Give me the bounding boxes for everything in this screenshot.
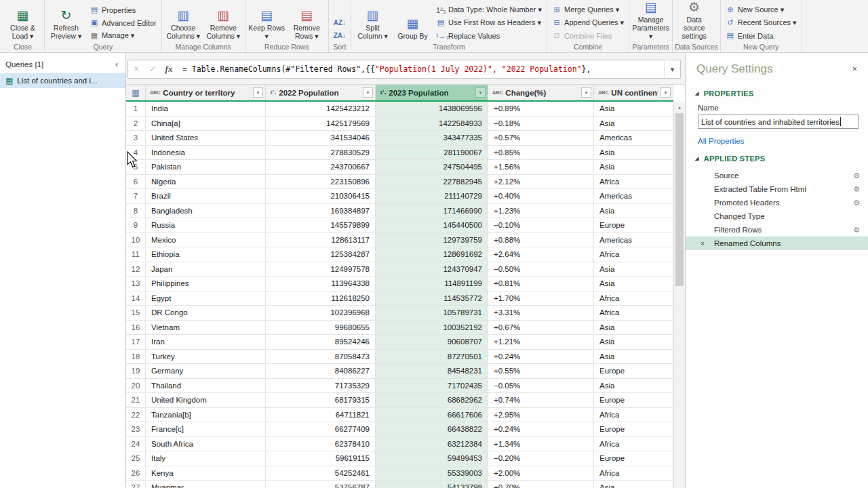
- cell[interactable]: Asia: [594, 379, 673, 394]
- cell[interactable]: 66617606: [376, 408, 488, 423]
- cell[interactable]: +0.57%: [488, 131, 594, 146]
- cell[interactable]: Africa: [594, 291, 673, 306]
- row-number[interactable]: 4: [126, 146, 146, 161]
- row-number[interactable]: 16: [126, 321, 146, 336]
- cell[interactable]: 211140729: [376, 189, 488, 204]
- cell[interactable]: Europe: [594, 218, 673, 233]
- applied-step-promoted-headers[interactable]: Promoted Headers⚙: [686, 196, 868, 209]
- row-number[interactable]: 25: [126, 451, 146, 466]
- cell[interactable]: +2.95%: [488, 408, 594, 423]
- close-load-button[interactable]: ▦Close & Load ▾: [3, 0, 42, 42]
- cell[interactable]: +1.34%: [488, 437, 594, 452]
- cell[interactable]: 68179315: [266, 393, 376, 408]
- cell[interactable]: 59499453: [376, 451, 488, 466]
- applied-step-source[interactable]: Source⚙: [686, 169, 868, 182]
- cell[interactable]: 102396968: [266, 306, 376, 321]
- cell[interactable]: 223150896: [266, 175, 376, 190]
- cell[interactable]: 87058473: [266, 350, 376, 365]
- cell[interactable]: Europe: [594, 451, 673, 466]
- row-number[interactable]: 13: [126, 277, 146, 291]
- cell[interactable]: Brazil: [146, 189, 266, 204]
- column-header-country-or-territory[interactable]: ABCCountry or territory▼: [146, 85, 266, 100]
- merge-queries-button[interactable]: ⊞Merge Queries ▾: [549, 3, 627, 16]
- cell[interactable]: 1425423212: [266, 102, 376, 117]
- formula-input[interactable]: = Table.RenameColumns(#"Filtered Rows",{…: [177, 64, 664, 74]
- row-number[interactable]: 3: [126, 131, 146, 146]
- cell[interactable]: United Kingdom: [146, 393, 266, 408]
- cell[interactable]: Ethiopia: [146, 247, 266, 262]
- column-header-change[interactable]: ABCChange(%)▼: [488, 85, 594, 100]
- expand-formula-bar-icon[interactable]: ▾: [664, 60, 680, 78]
- append-queries-button[interactable]: ⊟Append Queries ▾: [549, 16, 627, 29]
- cell[interactable]: Africa: [594, 175, 673, 190]
- cell[interactable]: +0.24%: [488, 350, 594, 365]
- cell[interactable]: Tanzania[b]: [146, 408, 266, 423]
- column-header-2022-population[interactable]: 1²₃2022 Population▼: [266, 85, 376, 100]
- row-number[interactable]: 1: [126, 102, 146, 117]
- scrollbar-thumb[interactable]: [675, 113, 684, 286]
- applied-steps-section-header[interactable]: ◢ APPLIED STEPS: [686, 148, 868, 166]
- cell[interactable]: Italy: [146, 451, 266, 466]
- row-number[interactable]: 2: [126, 117, 146, 131]
- cancel-formula-icon[interactable]: ×: [128, 64, 144, 74]
- data-type-whole-number-button[interactable]: 1²₃Data Type: Whole Number ▾: [433, 3, 545, 16]
- cell[interactable]: 90608707: [376, 335, 488, 350]
- manage-button[interactable]: ▦Manage ▾: [87, 29, 159, 42]
- row-number[interactable]: 21: [126, 393, 146, 408]
- row-number[interactable]: 6: [126, 175, 146, 190]
- query-name-input[interactable]: List of countries and inhabited territor…: [698, 115, 859, 129]
- row-number[interactable]: 9: [126, 218, 146, 233]
- cell[interactable]: 114535772: [376, 291, 488, 306]
- cell[interactable]: Asia: [594, 102, 673, 117]
- cell[interactable]: Iran: [146, 335, 266, 350]
- row-number[interactable]: 5: [126, 160, 146, 175]
- filter-icon[interactable]: ▼: [475, 87, 486, 98]
- row-number[interactable]: 24: [126, 437, 146, 452]
- cell[interactable]: 278830529: [266, 146, 376, 161]
- scroll-up-icon[interactable]: ▲: [674, 102, 685, 113]
- refresh-preview-button[interactable]: ↻Refresh Preview ▾: [47, 0, 85, 42]
- properties-button[interactable]: ▤Properties: [87, 3, 159, 16]
- cell[interactable]: 54133798: [376, 481, 488, 488]
- cell[interactable]: 64711821: [266, 408, 376, 423]
- choose-columns-button[interactable]: ▥Choose Columns ▾: [164, 0, 203, 42]
- row-number[interactable]: 22: [126, 408, 146, 423]
- cell[interactable]: 114891199: [376, 277, 488, 291]
- query-item[interactable]: ▦List of countries and i...: [0, 73, 125, 88]
- cell[interactable]: Vietnam: [146, 321, 266, 336]
- cell[interactable]: 169384897: [266, 204, 376, 219]
- cell[interactable]: 227882945: [376, 175, 488, 190]
- cell[interactable]: +2.00%: [488, 466, 594, 481]
- cell[interactable]: Europe: [594, 422, 673, 437]
- cell[interactable]: Mexico: [146, 233, 266, 248]
- row-number[interactable]: 12: [126, 262, 146, 277]
- vertical-scrollbar[interactable]: ▲: [673, 102, 685, 488]
- properties-section-header[interactable]: ◢ PROPERTIES: [686, 83, 868, 101]
- cell[interactable]: 124997578: [266, 262, 376, 277]
- cell[interactable]: 66438822: [376, 422, 488, 437]
- column-header-un-continental-re[interactable]: ABCUN continental re▼: [594, 85, 673, 100]
- cell[interactable]: 145440500: [376, 218, 488, 233]
- cell[interactable]: Asia: [594, 117, 673, 131]
- cell[interactable]: +1.56%: [488, 160, 594, 175]
- combine-files-button[interactable]: ⊡Combine Files: [549, 29, 627, 42]
- cell[interactable]: Asia: [594, 262, 673, 277]
- cell[interactable]: 105789731: [376, 306, 488, 321]
- cell[interactable]: 112618250: [266, 291, 376, 306]
- cell[interactable]: France[c]: [146, 422, 266, 437]
- cell[interactable]: +0.85%: [488, 146, 594, 161]
- cell[interactable]: Asia: [594, 350, 673, 365]
- cell[interactable]: +0.67%: [488, 321, 594, 336]
- remove-columns-button[interactable]: ▥Remove Columns ▾: [204, 0, 243, 42]
- table-menu-button[interactable]: ▦: [126, 85, 146, 100]
- all-properties-link[interactable]: All Properties: [686, 129, 868, 148]
- cell[interactable]: 62378410: [266, 437, 376, 452]
- data-source-settings-button[interactable]: ⚙Data source settings: [675, 0, 713, 42]
- cell[interactable]: +1.70%: [488, 291, 594, 306]
- filter-icon[interactable]: ▼: [363, 87, 373, 98]
- cell[interactable]: Europe: [594, 393, 673, 408]
- cell[interactable]: 341534046: [266, 131, 376, 146]
- cell[interactable]: 68682962: [376, 393, 488, 408]
- cell[interactable]: 125384287: [266, 247, 376, 262]
- new-source-button[interactable]: ⊕New Source ▾: [723, 3, 800, 16]
